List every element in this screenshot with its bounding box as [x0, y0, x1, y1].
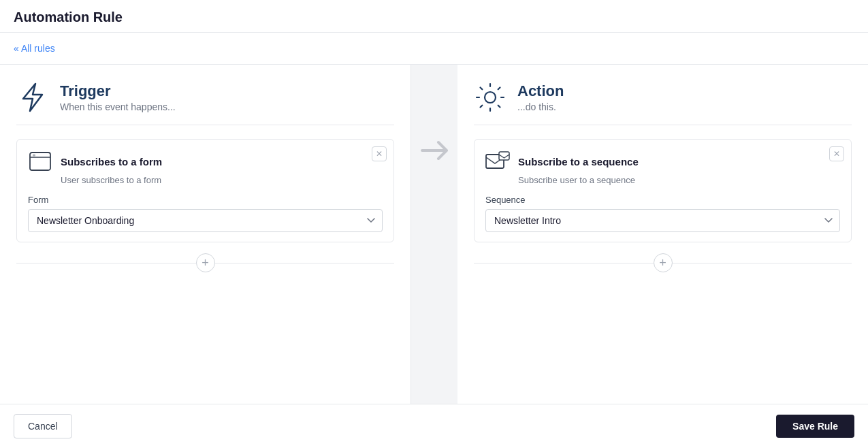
trigger-rule-card: ✕ Subscribes to a form User subscribes t…	[16, 139, 394, 242]
action-card-title: Subscribe to a sequence	[518, 156, 639, 167]
action-header-text: Action ...do this.	[517, 82, 564, 112]
form-select[interactable]: Newsletter Onboarding Contact Form Sign …	[28, 209, 383, 232]
action-line-left	[474, 263, 654, 263]
action-icon	[474, 81, 507, 114]
trigger-header-text: Trigger When this event happens...	[60, 82, 176, 112]
trigger-card-title: Subscribes to a form	[61, 156, 162, 167]
svg-point-3	[485, 92, 496, 103]
action-card-subtitle: Subscribe user to a sequence	[518, 175, 840, 185]
trigger-card-subtitle: User subscribes to a form	[61, 175, 383, 185]
action-rule-card: ✕ Subscribe to a sequence Subscribe user…	[474, 139, 852, 242]
form-group: Form Newsletter Onboarding Contact Form …	[28, 195, 383, 232]
page-title: Automation Rule	[14, 10, 854, 25]
arrow-icon	[421, 140, 448, 161]
trigger-add-button[interactable]: +	[196, 253, 215, 272]
action-heading: Action	[517, 82, 564, 100]
trigger-line-right	[215, 263, 395, 263]
action-panel: Action ...do this. ✕ Subscribe to a sequ…	[457, 65, 868, 404]
form-icon	[28, 149, 52, 174]
svg-rect-2	[33, 155, 35, 157]
trigger-panel-header: Trigger When this event happens...	[16, 81, 394, 125]
save-rule-button[interactable]: Save Rule	[776, 415, 854, 438]
sequence-label: Sequence	[485, 195, 840, 205]
sequence-group: Sequence Newsletter Intro Welcome Series…	[485, 195, 840, 232]
trigger-line-left	[16, 263, 196, 263]
trigger-subheading: When this event happens...	[60, 101, 176, 112]
sequence-select[interactable]: Newsletter Intro Welcome Series Onboardi…	[485, 209, 840, 232]
trigger-panel: Trigger When this event happens... ✕ Sub…	[0, 65, 411, 404]
action-subheading: ...do this.	[517, 101, 564, 112]
action-panel-header: Action ...do this.	[474, 81, 852, 125]
action-add-row: +	[474, 253, 852, 272]
breadcrumb-bar: « All rules	[0, 33, 868, 64]
action-line-right	[673, 263, 852, 263]
trigger-card-header: Subscribes to a form	[28, 149, 383, 174]
action-close-button[interactable]: ✕	[829, 146, 844, 161]
action-card-header: Subscribe to a sequence	[485, 149, 840, 174]
arrow-divider	[411, 65, 457, 404]
trigger-add-row: +	[16, 253, 394, 272]
action-add-button[interactable]: +	[654, 253, 673, 272]
form-label: Form	[28, 195, 383, 205]
main-content: Trigger When this event happens... ✕ Sub…	[0, 64, 868, 404]
footer-bar: Cancel Save Rule	[0, 404, 868, 448]
sequence-icon	[485, 149, 510, 174]
trigger-heading: Trigger	[60, 82, 176, 100]
page-header: Automation Rule	[0, 0, 868, 33]
trigger-close-button[interactable]: ✕	[372, 146, 387, 161]
all-rules-link[interactable]: « All rules	[14, 43, 55, 54]
cancel-button[interactable]: Cancel	[14, 414, 72, 438]
trigger-icon	[16, 81, 49, 114]
